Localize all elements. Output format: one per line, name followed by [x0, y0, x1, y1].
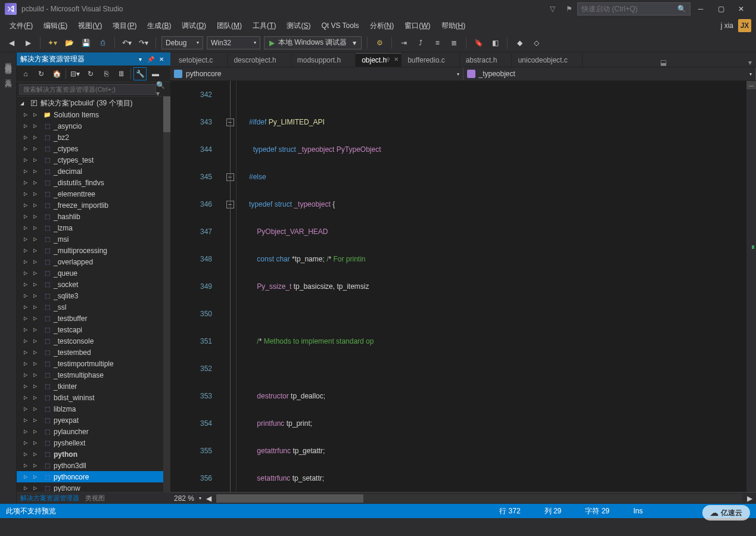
step-icon2[interactable]: ⤴ — [414, 36, 427, 49]
showall-icon[interactable]: ⎘ — [99, 67, 113, 80]
fold-marker[interactable] — [224, 328, 236, 355]
tree-item[interactable]: ▷▷⬚_freeze_importlib — [17, 200, 170, 211]
code-line[interactable] — [249, 81, 746, 108]
fold-marker[interactable] — [224, 273, 236, 300]
fold-marker[interactable] — [224, 218, 236, 245]
document-tab[interactable]: bufferedio.c — [402, 54, 460, 67]
document-tab[interactable]: unicodeobject.c — [512, 54, 582, 67]
tree-item[interactable]: ▷▷⬚_testmultiphase — [17, 369, 170, 381]
undo-button[interactable]: ↶▾ — [120, 36, 133, 49]
tab-overflow-icon[interactable]: ⬓ — [657, 58, 669, 67]
code-line[interactable] — [249, 355, 746, 382]
menu-item[interactable]: 生成(B) — [142, 19, 176, 33]
menu-item[interactable]: 文件(F) — [5, 19, 38, 33]
tab-solution-explorer[interactable]: 解决方案资源管理器 — [20, 494, 79, 503]
code-line[interactable]: getattrfunc tp_getattr; — [249, 437, 746, 465]
tree-item[interactable]: ▷▷⬚_multiprocessing — [17, 245, 170, 256]
tree-item[interactable]: ▷▷⬚_asyncio — [17, 120, 170, 132]
tab-class-view[interactable]: 类视图 — [85, 494, 105, 503]
tree-item[interactable]: ▷▷⬚_msi — [17, 233, 170, 245]
code-line[interactable]: Py_ssize_t tp_basicsize, tp_itemsiz — [249, 273, 746, 300]
search-dropdown-icon[interactable]: 🔍▾ — [156, 81, 168, 98]
tree-item[interactable]: ▷▷⬚_bz2 — [17, 132, 170, 143]
solution-search[interactable]: 🔍▾ — [17, 82, 170, 96]
menu-item[interactable]: 视图(V) — [73, 19, 107, 33]
tree-item[interactable]: ▷▷⬚_ctypes_test — [17, 154, 170, 166]
menu-item[interactable]: 编辑(E) — [39, 19, 72, 33]
qt-icon1[interactable]: ◆ — [513, 36, 526, 49]
sync-icon[interactable]: ↻ — [35, 67, 48, 80]
document-tab[interactable]: setobject.c — [173, 54, 228, 67]
tree-item[interactable]: ▷▷⬚_decimal — [17, 166, 170, 177]
tree-item[interactable]: ▷▷⬚python — [17, 448, 170, 460]
code-editor[interactable]: 3423433443453463473483493503513523533543… — [170, 81, 756, 492]
document-tab[interactable]: object.h⚲✕ — [356, 53, 402, 67]
rail-tab-server[interactable]: 服务器资源管理器 — [2, 55, 14, 64]
menu-item[interactable]: 测试(S) — [282, 19, 315, 33]
fold-marker[interactable] — [224, 355, 236, 382]
hscroll-right-icon[interactable]: ▶ — [747, 494, 752, 503]
menu-item[interactable]: 工具(T) — [248, 19, 281, 33]
collapse-icon[interactable]: ⊟▾ — [69, 67, 82, 80]
tool-icon[interactable]: ⚙ — [373, 36, 386, 49]
panel-close-icon[interactable]: ✕ — [156, 54, 167, 64]
close-button[interactable]: ✕ — [731, 1, 751, 17]
user-label[interactable]: j xia — [721, 21, 733, 30]
more-icon[interactable]: ▬ — [149, 67, 162, 80]
code-line[interactable]: #else — [249, 163, 746, 191]
close-icon[interactable]: ✕ — [394, 56, 399, 63]
tree-scrollbar[interactable] — [163, 96, 170, 492]
fold-marker[interactable]: − — [224, 108, 236, 136]
tree-item[interactable]: ▷▷⬚pylauncher — [17, 426, 170, 437]
tree-item[interactable]: ▷▷⬚_overlapped — [17, 256, 170, 267]
code-line[interactable]: setattrfunc tp_setattr; — [249, 465, 746, 492]
menu-item[interactable]: 窗口(W) — [400, 19, 435, 33]
refresh-icon[interactable]: ↻ — [84, 67, 97, 80]
pt-home-icon[interactable]: 🏠 — [50, 67, 63, 80]
tree-item[interactable]: ▷▷⬚_testbuffer — [17, 313, 170, 324]
panel-dropdown-icon[interactable]: ▾ — [135, 54, 145, 64]
indent-icon[interactable]: ≡ — [431, 36, 444, 49]
redo-button[interactable]: ↷▾ — [137, 36, 150, 49]
quick-launch-box[interactable]: 🔍 — [577, 2, 690, 15]
pin-icon[interactable]: ⚲ — [386, 57, 390, 63]
zoom-level[interactable]: 282 % — [174, 494, 194, 503]
wrench-icon[interactable]: 🔧 — [133, 67, 147, 80]
fold-marker[interactable]: − — [224, 191, 236, 218]
config-dropdown[interactable]: Debug▾ — [161, 36, 203, 49]
feedback-icon[interactable]: ⚑ — [564, 4, 574, 14]
tree-item[interactable]: ▷▷⬚pythonw — [17, 482, 170, 492]
save-all-button[interactable]: ⎙ — [96, 36, 109, 49]
comment-icon[interactable]: ◧ — [489, 36, 502, 49]
fold-marker[interactable] — [224, 81, 236, 108]
tree-item[interactable]: ▷▷⬚python3dll — [17, 460, 170, 471]
code-line[interactable]: printfunc tp_print; — [249, 410, 746, 437]
tree-item[interactable]: ▷▷⬚liblzma — [17, 403, 170, 415]
panel-pin-icon[interactable]: 📌 — [145, 54, 156, 64]
quick-launch-input[interactable] — [581, 5, 677, 13]
code-line[interactable]: PyObject_VAR_HEAD — [249, 218, 746, 245]
tree-item[interactable]: ▷▷⬚_hashlib — [17, 211, 170, 222]
menu-item[interactable]: Qt VS Tools — [316, 20, 363, 32]
code-line[interactable]: const char *tp_name; /* For printin — [249, 245, 746, 273]
platform-dropdown[interactable]: Win32▾ — [207, 36, 260, 49]
notifications-icon[interactable]: ▽ — [547, 4, 557, 14]
user-avatar-badge[interactable]: JX — [738, 19, 751, 32]
hscroll-left-icon[interactable]: ◀ — [206, 494, 211, 503]
code-content[interactable]: #ifdef Py_LIMITED_API typedef struct _ty… — [243, 81, 746, 492]
document-tab[interactable]: abstract.h — [460, 54, 512, 67]
tree-item[interactable]: ▷▷⬚_sqlite3 — [17, 290, 170, 301]
editor-hscrollbar[interactable] — [216, 494, 742, 503]
save-button[interactable]: 💾 — [79, 36, 92, 49]
tree-item[interactable]: ▷▷⬚pyshellext — [17, 437, 170, 448]
menu-item[interactable]: 分析(N) — [365, 19, 399, 33]
fold-marker[interactable] — [224, 410, 236, 437]
minimize-button[interactable]: ─ — [690, 1, 711, 17]
tree-item[interactable]: ▷▷📁Solution Items — [17, 109, 170, 120]
menu-item[interactable]: 帮助(H) — [437, 19, 471, 33]
bookmark-icon[interactable]: 🔖 — [472, 36, 485, 49]
tree-item[interactable]: ▷▷⬚_socket — [17, 279, 170, 290]
code-line[interactable]: destructor tp_dealloc; — [249, 382, 746, 410]
rail-tab-toolbox[interactable]: 工具箱 — [2, 71, 14, 78]
nav-back-button[interactable]: ◀ — [5, 36, 18, 49]
